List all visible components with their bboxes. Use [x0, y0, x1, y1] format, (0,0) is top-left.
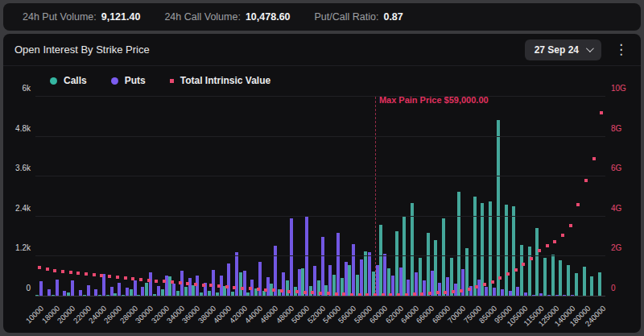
strike-group-34000[interactable]	[176, 97, 184, 297]
strike-group-36000[interactable]	[192, 97, 200, 297]
strike-group-37000[interactable]	[200, 97, 208, 297]
strike-group-64000[interactable]	[411, 97, 419, 297]
strike-group-29000[interactable]	[137, 97, 145, 297]
strike-group-43000[interactable]	[246, 97, 254, 297]
legend-item-calls[interactable]: Calls	[50, 75, 87, 86]
strike-group-26000[interactable]	[114, 97, 122, 297]
strike-group-70000[interactable]	[457, 97, 465, 297]
put-call-ratio-value: 0.87	[383, 11, 402, 23]
strike-group-58000[interactable]	[364, 97, 372, 297]
chart-title: Open Interest By Strike Price	[14, 44, 150, 56]
strike-group-45000[interactable]	[262, 97, 270, 297]
strike-group-90000[interactable]	[496, 97, 504, 297]
strike-group-68000[interactable]	[442, 97, 450, 297]
strike-group-46000[interactable]	[270, 97, 278, 297]
strike-group-24000[interactable]	[98, 97, 106, 297]
strike-group-39000[interactable]	[215, 97, 223, 297]
intrinsic-dot	[155, 280, 158, 283]
call-bar	[168, 276, 171, 297]
call-bar	[286, 280, 289, 297]
strike-group-10000[interactable]	[35, 97, 43, 297]
strike-group-140000[interactable]	[567, 97, 575, 297]
intrinsic-dot	[139, 278, 142, 281]
strike-group-95000[interactable]	[504, 97, 512, 297]
strike-group-200000[interactable]	[590, 97, 598, 297]
strike-group-50000[interactable]	[301, 97, 309, 297]
strike-group-32000[interactable]	[160, 97, 168, 297]
call-bar	[590, 276, 593, 297]
strike-group-28000[interactable]	[129, 97, 137, 297]
legend-calls-label: Calls	[64, 75, 87, 86]
strike-group-25000[interactable]	[105, 97, 114, 297]
strike-group-47000[interactable]	[278, 97, 286, 297]
intrinsic-dot	[546, 244, 549, 247]
strike-group-14000[interactable]	[43, 97, 52, 297]
strike-group-38000[interactable]	[207, 97, 215, 297]
put-volume-value: 9,121.40	[101, 11, 141, 23]
intrinsic-dot	[311, 291, 314, 294]
strike-group-51000[interactable]	[309, 97, 317, 297]
strike-group-20000[interactable]	[67, 97, 75, 297]
call-bar	[551, 255, 555, 297]
strike-group-61000[interactable]	[387, 97, 395, 297]
right-axis-tick-label: 0	[611, 284, 616, 292]
strike-group-72000[interactable]	[465, 97, 473, 297]
strike-group-42000[interactable]	[238, 97, 246, 297]
strike-group-44000[interactable]	[254, 97, 262, 297]
strike-group-19000[interactable]	[59, 97, 67, 297]
strike-group-57000[interactable]	[356, 97, 364, 297]
legend-item-puts[interactable]: Puts	[111, 75, 146, 86]
strike-group-160000[interactable]	[575, 97, 583, 297]
strike-group-85000[interactable]	[489, 97, 497, 297]
strike-group-60000[interactable]	[379, 97, 387, 297]
strike-group-75000[interactable]	[473, 97, 481, 297]
strike-group-35000[interactable]	[184, 97, 192, 297]
strike-group-56000[interactable]	[348, 97, 356, 297]
strike-group-63000[interactable]	[402, 97, 411, 297]
strike-group-62000[interactable]	[394, 97, 402, 297]
strike-group-33000[interactable]	[168, 97, 176, 297]
intrinsic-dot	[249, 287, 252, 290]
legend-item-intrinsic[interactable]: Total Intrinsic Value	[170, 75, 270, 86]
strike-group-67000[interactable]	[434, 97, 442, 297]
strike-group-130000[interactable]	[559, 97, 567, 297]
strike-group-18000[interactable]	[51, 97, 59, 297]
intrinsic-dot	[319, 292, 322, 295]
strike-group-180000[interactable]	[582, 97, 590, 297]
strike-group-65000[interactable]	[418, 97, 426, 297]
call-bar	[192, 285, 195, 297]
strike-group-110000[interactable]	[527, 97, 535, 297]
plot-area[interactable]: Max Pain Price $59,000.00 001.2k2G2.4k4G…	[35, 97, 605, 297]
y-axis-tick-label: 3.6k	[15, 164, 31, 172]
strike-group-40000[interactable]	[223, 97, 231, 297]
strike-group-53000[interactable]	[324, 97, 332, 297]
strike-group-80000[interactable]	[481, 97, 489, 297]
call-bar	[395, 231, 398, 297]
strike-group-115000[interactable]	[535, 97, 543, 297]
expiry-date-selector[interactable]: 27 Sep 24	[525, 39, 601, 60]
strike-group-240000[interactable]	[598, 97, 606, 297]
kebab-menu-icon[interactable]: ⋮	[611, 41, 631, 58]
strike-group-22000[interactable]	[82, 97, 90, 297]
intrinsic-dot	[209, 284, 213, 287]
strike-group-105000[interactable]	[520, 97, 528, 297]
strike-group-31000[interactable]	[153, 97, 161, 297]
strike-group-27000[interactable]	[122, 97, 130, 297]
strike-group-30000[interactable]	[145, 97, 153, 297]
call-bar	[442, 218, 445, 297]
strike-group-55000[interactable]	[340, 97, 348, 297]
strike-group-120000[interactable]	[543, 97, 551, 297]
put-volume-stat: 24h Put Volume: 9,121.40	[23, 11, 140, 23]
strike-group-21000[interactable]	[75, 97, 83, 297]
strike-group-49000[interactable]	[293, 97, 301, 297]
strike-group-54000[interactable]	[332, 97, 341, 297]
strike-group-23000[interactable]	[90, 97, 98, 297]
strike-group-52000[interactable]	[316, 97, 324, 297]
strike-group-41000[interactable]	[231, 97, 239, 297]
strike-group-69000[interactable]	[449, 97, 457, 297]
strike-group-100000[interactable]	[512, 97, 520, 297]
strike-group-125000[interactable]	[551, 97, 559, 297]
strike-group-66000[interactable]	[426, 97, 434, 297]
chevron-down-icon	[586, 44, 594, 52]
strike-group-48000[interactable]	[286, 97, 294, 297]
